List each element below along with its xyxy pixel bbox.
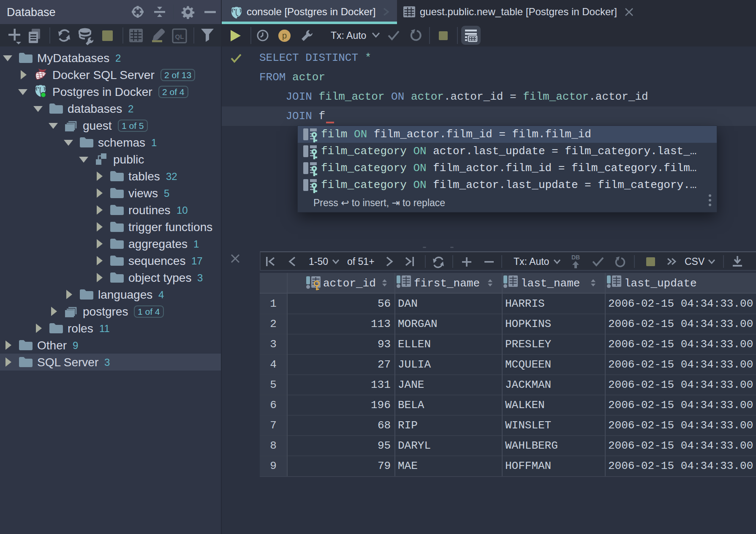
svg-text:QL: QL [175,33,184,40]
svg-text:p: p [282,31,287,40]
svg-text:DB: DB [571,254,580,261]
